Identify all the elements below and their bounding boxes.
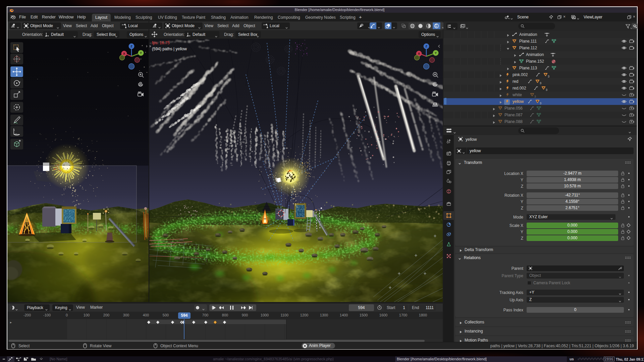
svg-text:X: X <box>418 52 420 55</box>
svg-text:Z: Z <box>425 45 427 48</box>
svg-text:(594) paths | yellow: (594) paths | yellow <box>152 47 187 51</box>
svg-text:fps: 16.75: fps: 16.75 <box>152 41 170 45</box>
svg-text:Y: Y <box>435 51 437 55</box>
svg-text:Z: Z <box>130 45 132 48</box>
svg-text:Y: Y <box>140 51 142 55</box>
svg-text:X: X <box>123 52 125 55</box>
